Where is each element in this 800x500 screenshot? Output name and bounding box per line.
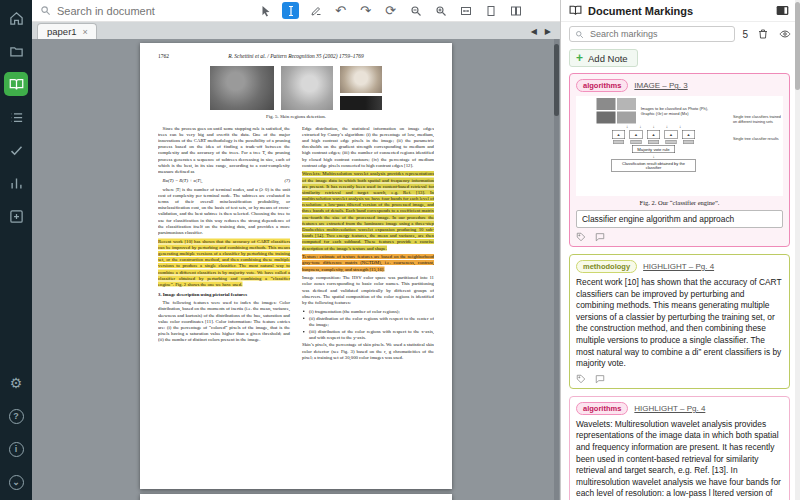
cursor-tool[interactable] (257, 2, 274, 19)
page-text: Since the process goes on until some sto… (158, 125, 434, 487)
add-note-label: Add Note (588, 53, 628, 64)
panel-scrollbar-thumb[interactable] (795, 2, 800, 90)
sidebar-item-tasks[interactable] (4, 138, 28, 162)
two-page-view-button[interactable] (507, 2, 524, 19)
zoom-in-button[interactable] (432, 2, 449, 19)
marker-tool[interactable] (307, 2, 324, 19)
figure5-skin-mask (340, 96, 382, 110)
sidebar-item-home[interactable] (4, 6, 28, 30)
list-item: (iii) distribution of the color regions … (309, 328, 434, 340)
open-book-icon (9, 77, 24, 92)
eye-icon (779, 28, 791, 40)
sidebar-item-annotations[interactable] (4, 105, 28, 129)
gear-icon: ⚙ (10, 375, 23, 391)
marking-link[interactable]: HIGHLIGHT – Pg. 4 (634, 404, 705, 413)
document-search-input[interactable] (55, 4, 205, 18)
highlight-wavelets[interactable]: Wavelets: Multiresolution wavelet analys… (302, 171, 434, 251)
highlight-texture[interactable]: Texture: estimate of texture features ar… (302, 253, 434, 272)
cursor-icon (260, 5, 272, 17)
add-note-button[interactable]: + Add Note (569, 49, 638, 67)
sidebar-item-info[interactable]: i (4, 437, 28, 461)
figure-5 (158, 66, 434, 110)
highlight-text[interactable]: Recent work [10] has shown that the accu… (158, 238, 290, 286)
text-cursor-icon (285, 5, 297, 17)
running-header-text: R. Schettini et al. / Pattern Recognitio… (228, 53, 364, 59)
tag-icon[interactable] (576, 374, 586, 384)
tag-algorithms[interactable]: algorithms (576, 402, 628, 415)
figure5-caption: Fig. 5. Skin regions detection. (158, 114, 434, 119)
marking-card-image[interactable]: algorithms IMAGE – Pg. 3 Images to be cl… (569, 73, 790, 247)
zoom-out-button[interactable] (407, 2, 424, 19)
marking-card-highlight-algorithms[interactable]: algorithms HIGHLIGHT – Pg. 4 Wavelets: M… (569, 396, 790, 500)
pdf-right-column: Edge distribution, the statistical infor… (302, 125, 434, 363)
toggle-visibility-button[interactable] (777, 27, 792, 42)
pdf-viewer[interactable]: 1762 R. Schettini et al. / Pattern Recog… (32, 39, 560, 500)
tab-paper1[interactable]: paper1 × (37, 23, 97, 39)
figure5-photo-stack (340, 66, 382, 110)
marking-link[interactable]: IMAGE – Pg. 3 (634, 81, 687, 90)
highlight-excerpt: Wavelets: Multiresolution wavelet analys… (576, 419, 783, 500)
paragraph: Image composition: The HSV color space w… (302, 274, 434, 305)
undo-button[interactable]: ↶ (332, 2, 349, 19)
panel-title: Document Markings (588, 5, 693, 17)
tag-algorithms[interactable]: algorithms (576, 79, 628, 92)
fit-width-button[interactable] (457, 2, 474, 19)
add-note-row: + Add Note (561, 46, 800, 71)
viewer-scrollbar-thumb[interactable] (554, 44, 559, 116)
markings-search[interactable] (569, 26, 735, 42)
highlight-recent-work[interactable]: Recent work [10] has shown that the accu… (158, 238, 290, 287)
page-navigation: ◀ ▶ (531, 27, 555, 39)
marking-image-thumbnail[interactable]: Images to be classified as Photo (Ph), G… (576, 96, 783, 196)
undo-icon: ↶ (335, 4, 346, 17)
document-search[interactable] (40, 4, 225, 18)
markings-panel: Document Markings 5 + Add Note (560, 0, 800, 500)
text-highlight-tool[interactable] (282, 2, 299, 19)
sidebar-item-add-document[interactable] (4, 204, 28, 228)
paragraph: Skin’s pixels, the percentage of skin pi… (302, 342, 434, 361)
page-number: 1762 (158, 53, 169, 59)
section-heading: 3. Image description using pictorial fea… (158, 291, 290, 297)
info-icon: i (9, 442, 24, 457)
marking-caption-input[interactable]: Classifier engine algorithm and approach (576, 210, 783, 228)
sidebar-item-reader[interactable] (4, 72, 28, 96)
previous-page-icon[interactable]: ◀ (531, 27, 537, 36)
tag-methodology[interactable]: methodology (576, 260, 637, 273)
comment-icon[interactable] (595, 374, 605, 384)
sidebar-item-settings[interactable]: ⚙ (4, 371, 28, 395)
app-window: ⚙ ? i ⌄ (0, 0, 800, 500)
list-item: (ii) distribution of the color regions w… (309, 315, 434, 327)
viewer-scrollbar[interactable] (554, 39, 559, 500)
redo-button[interactable]: ↷ (357, 2, 374, 19)
markings-count: 5 (742, 29, 748, 40)
next-page-icon[interactable]: ▶ (545, 27, 551, 36)
card-header: algorithms IMAGE – Pg. 3 (576, 79, 783, 92)
sidebar-item-help[interactable]: ? (4, 404, 28, 428)
zoom-in-icon (435, 5, 447, 17)
figure5-photo-1 (210, 66, 274, 110)
markings-search-input[interactable] (588, 28, 729, 40)
left-sidebar: ⚙ ? i ⌄ (0, 0, 32, 500)
redo-icon: ↷ (360, 4, 371, 17)
two-page-icon (510, 5, 522, 17)
card-header: algorithms HIGHLIGHT – Pg. 4 (576, 402, 783, 415)
sidebar-item-statistics[interactable] (4, 171, 28, 195)
delete-markings-button[interactable] (755, 27, 770, 42)
highlight-text[interactable]: Wavelets: Multiresolution wavelet analys… (302, 171, 434, 250)
panel-scrollbar[interactable] (795, 0, 800, 500)
sidebar-item-documents[interactable] (4, 39, 28, 63)
sidebar-item-collapse[interactable]: ⌄ (4, 470, 28, 494)
tag-icon[interactable] (576, 232, 586, 242)
rotate-button[interactable]: ⟳ (382, 2, 399, 19)
pdf-page-1763: R. Schettini et al. / Pattern Recognitio… (140, 494, 452, 500)
marking-card-highlight-methodology[interactable]: methodology HIGHLIGHT – Pg. 4 Recent wor… (569, 254, 790, 389)
fit-page-button[interactable] (482, 2, 499, 19)
tab-close-icon[interactable]: × (83, 27, 88, 37)
down-arrows: ↓↓↓↓↓ (626, 125, 681, 130)
comment-icon[interactable] (595, 232, 605, 242)
list-item: (i) fragmentation (the number of color r… (309, 308, 434, 314)
highlight-text[interactable]: Texture: estimate of texture features ar… (302, 254, 434, 271)
marker-pen-icon (310, 5, 322, 17)
marking-link[interactable]: HIGHLIGHT – Pg. 4 (643, 262, 714, 271)
panel-toggle-icon[interactable] (776, 4, 792, 18)
markings-controls: 5 (561, 22, 800, 46)
